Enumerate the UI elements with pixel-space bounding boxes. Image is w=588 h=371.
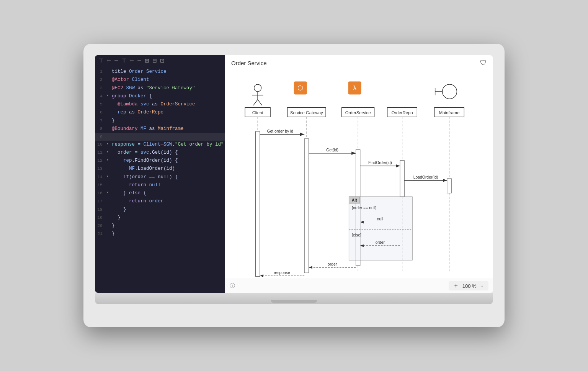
line-number: 6	[96, 108, 106, 116]
line-number: 14	[96, 173, 106, 181]
code-line-21[interactable]: 21}	[95, 230, 225, 238]
code-line-14[interactable]: 14▾ if(order == null) {	[95, 173, 225, 181]
line-text: return null	[112, 181, 161, 189]
svg-text:LoadOrder(id): LoadOrder(id)	[413, 175, 438, 179]
code-line-6[interactable]: 6 rep as OrderRepo	[95, 108, 225, 117]
line-text: response = Client→SGW."Get order by id" …	[112, 141, 225, 149]
toolbar-icon-1[interactable]: ⊤	[99, 57, 103, 64]
code-line-20[interactable]: 20}	[95, 222, 225, 230]
line-number: 9	[96, 133, 106, 141]
svg-text:Client: Client	[252, 110, 264, 115]
line-text: }	[112, 222, 115, 230]
laptop-base	[95, 293, 493, 304]
line-number: 1	[96, 68, 106, 76]
code-line-15[interactable]: 15 return null	[95, 181, 225, 189]
code-line-16[interactable]: 16▾ } else {	[95, 189, 225, 197]
line-fold-arrow[interactable]: ▾	[106, 173, 112, 180]
code-line-2[interactable]: 2@Actor Client	[95, 76, 225, 84]
line-number: 13	[96, 165, 106, 172]
code-line-5[interactable]: 5 @Lambda svc as OrderService	[95, 100, 225, 108]
toolbar-icon-5[interactable]: ⊢	[129, 57, 134, 64]
line-text: MF.LoadOrder(id)	[112, 165, 175, 173]
zoom-in-button[interactable]: +	[452, 282, 459, 289]
code-line-17[interactable]: 17 return order	[95, 197, 225, 205]
line-number: 11	[96, 149, 106, 156]
svg-rect-33	[447, 179, 451, 193]
diagram-canvas[interactable]: Client ⬡ Service Gateway λ OrderService	[225, 71, 493, 279]
code-line-4[interactable]: 4▾group Docker {	[95, 92, 225, 100]
svg-rect-30	[304, 139, 309, 273]
line-number: 15	[96, 181, 106, 189]
svg-text:order: order	[376, 240, 385, 245]
code-line-19[interactable]: 19 }	[95, 214, 225, 222]
laptop-screen: ⊤ ⊢ ⊣ ⊤ ⊢ ⊣ ⊞ ⊟ ⊡ 1title Order Service2@…	[95, 55, 493, 293]
line-text: group Docker {	[112, 92, 152, 100]
code-line-12[interactable]: 12▾ rep.FindOrder(id) {	[95, 157, 225, 165]
line-text: }	[112, 214, 121, 222]
line-text: }	[112, 117, 115, 125]
zoom-level: 100 %	[462, 283, 477, 289]
svg-point-19	[443, 84, 457, 99]
editor-toolbar: ⊤ ⊢ ⊣ ⊤ ⊢ ⊣ ⊞ ⊟ ⊡	[95, 55, 225, 66]
line-fold-arrow[interactable]: ▾	[106, 92, 112, 99]
toolbar-icon-7[interactable]: ⊞	[145, 57, 149, 64]
line-text: }	[112, 206, 126, 214]
svg-point-2	[254, 84, 261, 92]
toolbar-icon-8[interactable]: ⊟	[152, 57, 157, 64]
line-text: @Boundary MF as Mainframe	[112, 125, 184, 133]
code-line-3[interactable]: 3@EC2 SGW as "Service Gateway"	[95, 84, 225, 92]
toolbar-icon-9[interactable]: ⊡	[160, 57, 165, 64]
code-panel: ⊤ ⊢ ⊣ ⊤ ⊢ ⊣ ⊞ ⊟ ⊡ 1title Order Service2@…	[95, 55, 225, 293]
svg-text:Get order by id: Get order by id	[267, 129, 293, 133]
code-line-7[interactable]: 7}	[95, 117, 225, 125]
zoom-controls: + 100 % -	[449, 281, 488, 291]
line-number: 7	[96, 117, 106, 125]
info-icon[interactable]: ⓘ	[230, 282, 235, 289]
shield-icon: 🛡	[480, 59, 487, 67]
line-text: if(order == null) {	[112, 173, 178, 181]
code-line-13[interactable]: 13 MF.LoadOrder(id)	[95, 165, 225, 173]
laptop-wrapper: ⊤ ⊢ ⊣ ⊤ ⊢ ⊣ ⊞ ⊟ ⊡ 1title Order Service2@…	[83, 44, 505, 327]
line-number: 21	[96, 230, 106, 238]
toolbar-icon-3[interactable]: ⊣	[114, 57, 119, 64]
svg-text:Alt: Alt	[352, 199, 357, 203]
svg-text:response: response	[274, 271, 290, 275]
toolbar-icon-2[interactable]: ⊢	[106, 57, 111, 64]
code-line-10[interactable]: 10▾response = Client→SGW."Get order by i…	[95, 141, 225, 149]
svg-text:OrderService: OrderService	[345, 110, 371, 115]
line-text: return order	[112, 197, 163, 205]
svg-rect-32	[400, 161, 404, 197]
svg-text:null: null	[377, 217, 383, 221]
svg-text:λ: λ	[353, 84, 356, 92]
code-editor[interactable]: 1title Order Service2@Actor Client3@EC2 …	[95, 66, 225, 293]
diagram-title: Order Service	[231, 60, 267, 66]
code-line-11[interactable]: 11▾ order = svc.Get(id) {	[95, 149, 225, 157]
code-line-1[interactable]: 1title Order Service	[95, 68, 225, 76]
toolbar-icon-6[interactable]: ⊣	[137, 57, 142, 64]
line-text: } else {	[112, 189, 146, 197]
app-container: ⊤ ⊢ ⊣ ⊤ ⊢ ⊣ ⊞ ⊟ ⊡ 1title Order Service2@…	[95, 55, 493, 293]
line-number: 8	[96, 125, 106, 133]
line-number: 17	[96, 197, 106, 205]
line-fold-arrow[interactable]: ▾	[106, 189, 112, 196]
laptop-notch	[271, 300, 317, 303]
svg-text:Service Gateway: Service Gateway	[290, 110, 323, 115]
diagram-panel: Order Service 🛡	[225, 55, 493, 293]
code-line-8[interactable]: 8@Boundary MF as Mainframe	[95, 125, 225, 133]
code-line-18[interactable]: 18 }	[95, 206, 225, 214]
line-text: order = svc.Get(id) {	[112, 149, 178, 157]
line-number: 3	[96, 84, 106, 92]
line-fold-arrow[interactable]: ▾	[106, 157, 112, 163]
line-text: @Lambda svc as OrderService	[112, 100, 195, 108]
svg-line-6	[258, 100, 262, 105]
line-fold-arrow[interactable]: ▾	[106, 141, 112, 147]
line-fold-arrow[interactable]: ▾	[106, 149, 112, 155]
code-line-9[interactable]: 9	[95, 133, 225, 141]
svg-text:[else]: [else]	[352, 233, 361, 237]
line-number: 20	[96, 222, 106, 230]
zoom-out-button[interactable]: -	[480, 282, 485, 289]
svg-text:order: order	[328, 262, 337, 266]
line-text: rep.FindOrder(id) {	[112, 157, 178, 165]
toolbar-icon-4[interactable]: ⊤	[122, 57, 126, 64]
line-text: @EC2 SGW as "Service Gateway"	[112, 84, 195, 92]
